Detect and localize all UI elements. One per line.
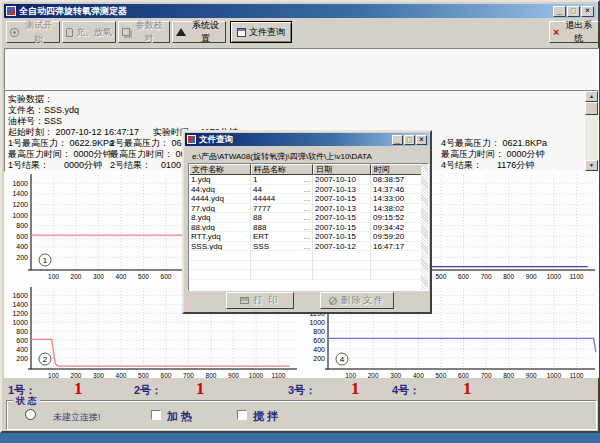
dialog-close-button[interactable]: × xyxy=(416,135,427,145)
table-cell: 09:15:52 xyxy=(371,213,423,223)
param-check-label: 参数校对 xyxy=(133,19,166,45)
table-cell: 2007-10-13 xyxy=(313,185,371,195)
delete-file-button[interactable]: 删除文件 xyxy=(320,292,394,309)
table-cell xyxy=(251,251,313,261)
close-button[interactable]: × xyxy=(581,6,594,17)
table-cell xyxy=(371,251,423,261)
svg-text:800: 800 xyxy=(206,372,217,378)
svg-text:900: 900 xyxy=(526,372,537,378)
svg-text:600: 600 xyxy=(16,337,28,344)
titlebar: 全自动四弹旋转氧弹测定器 _ □ × xyxy=(4,4,596,18)
table-cell: 44... xyxy=(251,185,313,195)
connection-indicator[interactable] xyxy=(25,409,36,420)
delete-file-label: 删除文件 xyxy=(341,294,385,307)
ellipsis: ... xyxy=(303,204,310,214)
blank-panel xyxy=(4,48,599,90)
table-cell: 14:38:02 xyxy=(371,204,423,214)
start-test-button[interactable]: 测试开始 xyxy=(6,21,60,43)
svg-text:200: 200 xyxy=(16,355,28,362)
exit-system-button[interactable]: × 退出系统 xyxy=(549,21,599,43)
app-icon xyxy=(6,6,16,16)
data-panel-scrollbar[interactable]: ▲ ▼ xyxy=(585,91,598,171)
svg-text:1600: 1600 xyxy=(12,180,28,187)
column-header[interactable]: 时间 xyxy=(371,164,423,175)
table-row[interactable]: 1.ydq1...2007-10-1008:38:57 xyxy=(189,175,428,185)
exit-system-label: 退出系统 xyxy=(562,19,595,45)
table-row[interactable]: 8.ydq88...2007-10-1509:15:52 xyxy=(189,213,428,223)
oxygen-button[interactable]: 充、放氧 xyxy=(62,21,116,43)
svg-text:600: 600 xyxy=(313,337,325,344)
table-cell xyxy=(189,261,251,271)
desktop-background xyxy=(0,433,600,443)
svg-text:1: 1 xyxy=(43,256,48,265)
dialog-icon xyxy=(187,135,196,144)
param-check-button[interactable]: 参数校对 xyxy=(118,21,170,43)
svg-text:200: 200 xyxy=(313,355,325,362)
table-cell xyxy=(313,251,371,261)
svg-text:100: 100 xyxy=(48,273,59,280)
heat-label: 加 热 xyxy=(167,409,192,424)
minimize-button[interactable]: _ xyxy=(553,6,566,17)
table-cell xyxy=(251,261,313,271)
column-header[interactable]: 文件名称 xyxy=(189,164,251,175)
system-settings-button[interactable]: 系统设置 xyxy=(172,21,226,43)
file-table-scrollbar[interactable] xyxy=(421,164,428,290)
table-cell: 2007-10-12 xyxy=(313,242,371,252)
table-row[interactable]: 4444.ydq44444...2007-10-1514:33:00 xyxy=(189,194,428,204)
svg-text:900: 900 xyxy=(526,273,537,280)
scroll-thumb[interactable] xyxy=(585,102,598,115)
svg-text:400: 400 xyxy=(16,243,28,250)
table-cell xyxy=(371,261,423,271)
window-title: 全自动四弹旋转氧弹测定器 xyxy=(19,5,552,18)
maximize-button[interactable]: □ xyxy=(567,6,580,17)
column-header[interactable]: 日期 xyxy=(313,164,371,175)
result-label-2: 2号： xyxy=(134,383,162,398)
print-label: 打 印 xyxy=(253,294,280,307)
column-header[interactable]: 样品名称 xyxy=(251,164,313,175)
table-row[interactable]: 44.ydq44...2007-10-1314:37:46 xyxy=(189,185,428,195)
print-button[interactable]: 打 印 xyxy=(226,292,294,309)
stir-checkbox[interactable] xyxy=(237,410,247,420)
svg-text:300: 300 xyxy=(93,372,104,378)
ellipsis: ... xyxy=(303,232,310,242)
oxygen-icon xyxy=(66,28,73,37)
table-cell: ERT... xyxy=(251,232,313,242)
table-row[interactable]: 77.ydq7777...2007-10-1314:38:02 xyxy=(189,204,428,214)
svg-text:600: 600 xyxy=(458,273,469,280)
scroll-down-button[interactable]: ▼ xyxy=(585,160,598,171)
file-table-header: 文件名称样品名称日期时间 xyxy=(189,164,428,175)
svg-text:600: 600 xyxy=(161,372,172,378)
svg-text:500: 500 xyxy=(138,372,149,378)
connection-status-text: 未建立连接! xyxy=(53,411,101,424)
svg-text:200: 200 xyxy=(368,372,379,378)
table-row[interactable]: SSS.ydqSSS...2007-10-1216:47:17 xyxy=(189,242,428,252)
data-path: e:\产品\ATWA08(旋转氧弹)\四弹\软件\上\v10\DATA xyxy=(192,151,372,162)
svg-text:800: 800 xyxy=(503,372,514,378)
table-cell: 888... xyxy=(251,223,313,233)
heat-checkbox[interactable] xyxy=(151,410,161,420)
table-cell: 44.ydq xyxy=(189,185,251,195)
svg-text:600: 600 xyxy=(161,273,172,280)
svg-text:100: 100 xyxy=(48,372,59,378)
table-cell: 16:47:17 xyxy=(371,242,423,252)
table-row[interactable]: RTT.ydqERT...2007-10-1509:59:20 xyxy=(189,232,428,242)
dialog-maximize-button[interactable]: □ xyxy=(404,135,415,145)
table-cell xyxy=(189,251,251,261)
ellipsis: ... xyxy=(303,223,310,233)
table-cell: 88.ydq xyxy=(189,223,251,233)
dialog-minimize-button[interactable]: _ xyxy=(392,135,403,145)
result-4: 4号结果： 1176分钟 xyxy=(441,159,534,172)
file-query-label: 文件查询 xyxy=(249,26,285,39)
file-query-button[interactable]: 文件查询 xyxy=(230,21,292,43)
table-cell: 08:38:57 xyxy=(371,175,423,185)
svg-text:300: 300 xyxy=(390,372,401,378)
table-row[interactable]: 88.ydq888...2007-10-1509:34:42 xyxy=(189,223,428,233)
svg-text:600: 600 xyxy=(16,233,28,240)
scroll-up-button[interactable]: ▲ xyxy=(585,91,598,102)
svg-text:1000: 1000 xyxy=(547,372,562,378)
table-cell: 2007-10-13 xyxy=(313,204,371,214)
svg-text:800: 800 xyxy=(16,222,28,229)
result-value-3: 1 xyxy=(351,379,360,399)
status-groupbox: 状 态 未建立连接! 加 热 搅 拌 xyxy=(6,400,597,430)
svg-text:500: 500 xyxy=(138,273,149,280)
